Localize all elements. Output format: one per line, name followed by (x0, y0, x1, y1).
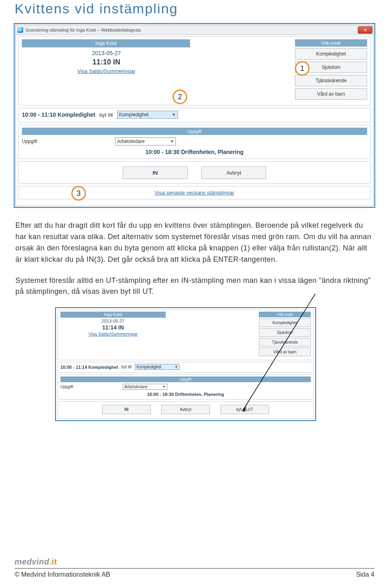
user-name-band: Inga Kvist (60, 312, 166, 318)
planning-line: 10:00 - 18:30 Driftenheten, Planering (60, 392, 311, 397)
reason-select-value: Kompledighet (119, 112, 149, 118)
absence-range: 10:00 - 11:14 Kompledighet (60, 365, 118, 370)
brand-word: medvind (15, 557, 49, 566)
chevron-down-icon: ▼ (172, 113, 176, 117)
chevron-down-icon: ▼ (170, 139, 174, 143)
stamp-time: 11:14 IN (60, 323, 166, 331)
reason-button-kompledighet[interactable]: Kompledighet (259, 319, 311, 327)
uppgift-label: Uppgift (60, 385, 121, 389)
page-number: Sida 4 (356, 571, 374, 578)
screenshot-1: Granskning stämpling för Inga Kvist -- W… (14, 23, 375, 208)
cancel-button[interactable]: Avbryt (161, 405, 210, 414)
stamp-time: 11:10 IN (22, 56, 190, 67)
uppgift-select[interactable]: Arbetsledare ▼ (123, 384, 167, 390)
user-name-band: Inga Kvist (22, 39, 190, 47)
stamp-date: 2013-05-27 (22, 47, 190, 56)
brand-logo: medvind.it (15, 557, 374, 567)
in-button[interactable]: IN (123, 167, 188, 179)
planning-line: 10:00 - 18:30 Driftenheten, Planering (22, 149, 367, 155)
paragraph-1: Efter att du har dragit ditt kort får du… (15, 220, 374, 265)
close-button[interactable]: ✕ (358, 26, 372, 34)
callout-marker-3: 3 (71, 186, 86, 201)
chevron-down-icon: ▼ (162, 385, 166, 389)
reason-button-tjanstearende[interactable]: Tjänsteärende (295, 75, 367, 86)
stamp-date: 2013-05-27 (60, 318, 166, 323)
copyright-text: © Medvind Informationsteknik AB (15, 571, 110, 578)
reason-button-sjukdom[interactable]: Sjukdom (259, 328, 311, 337)
byt-till-label: byt till (99, 112, 113, 118)
brand-suffix: .it (49, 557, 57, 566)
document-title: Kvittens vid instämpling (15, 1, 374, 17)
reason-select[interactable]: Kompledighet ▼ (117, 111, 178, 119)
ie-icon (17, 27, 23, 33)
uppgift-select-value: Arbetsledare (124, 385, 147, 389)
saldo-link[interactable]: Visa Saldo/Summeringar (22, 67, 190, 74)
screenshot-2: Inga Kvist 2013-05-27 11:14 IN Visa Sald… (55, 307, 316, 421)
byt-till-ut-button[interactable]: byt till UT (220, 405, 269, 414)
callout-marker-1: 1 (295, 61, 310, 76)
reason-select-value: Kompledighet (137, 365, 161, 369)
choose-reason-header: Välj orsak (295, 39, 367, 47)
absence-range: 10:00 - 11:10 Kompledighet (22, 111, 95, 118)
byt-till-label: byt till (121, 365, 132, 369)
uppgift-header: Uppgift (22, 128, 367, 135)
reason-button-vard-av-barn[interactable]: Vård av barn (259, 348, 311, 356)
callout-marker-2: 2 (173, 90, 187, 104)
page-footer: medvind.it © Medvind Informationsteknik … (15, 557, 374, 578)
uppgift-header: Uppgift (60, 376, 311, 382)
uppgift-select[interactable]: Arbetsledare ▼ (115, 137, 176, 145)
reason-button-vard-av-barn[interactable]: Vård av barn (295, 88, 367, 100)
uppgift-select-value: Arbetsledare (117, 139, 145, 144)
reason-button-tjanstearende[interactable]: Tjänsteärende (259, 338, 311, 346)
in-button[interactable]: IN (102, 405, 151, 414)
paragraph-2: Systemet föreslår alltid en UT-stämpling… (15, 275, 374, 298)
cancel-button[interactable]: Avbryt (201, 167, 266, 179)
choose-reason-header: Välj orsak (259, 312, 311, 317)
window-title: Granskning stämpling för Inga Kvist -- W… (26, 28, 141, 32)
chevron-down-icon: ▼ (175, 365, 178, 369)
saldo-link[interactable]: Visa Saldo/Summeringar (60, 331, 166, 336)
body-text: Efter att du har dragit ditt kort får du… (15, 220, 374, 297)
reason-button-kompledighet[interactable]: Kompledighet (295, 48, 367, 60)
uppgift-label: Uppgift (22, 139, 113, 144)
reason-select[interactable]: Kompledighet ▼ (135, 364, 180, 370)
window-titlebar: Granskning stämpling för Inga Kvist -- W… (16, 25, 373, 35)
